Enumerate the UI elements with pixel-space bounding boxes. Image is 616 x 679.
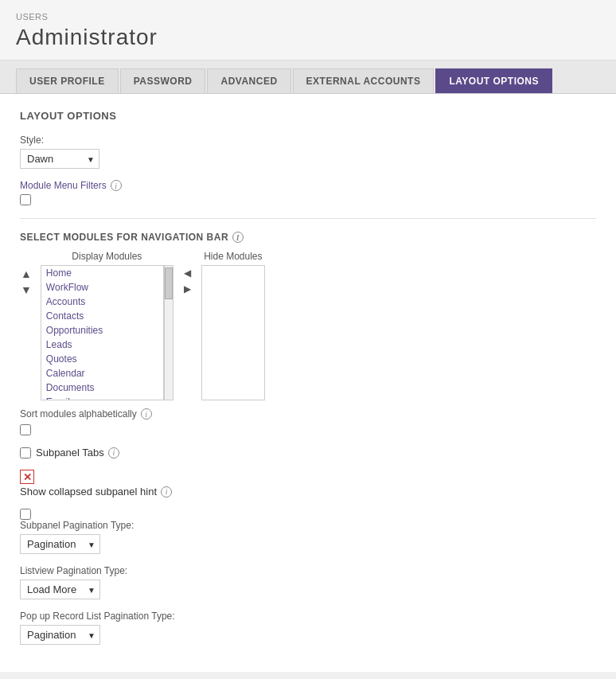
style-group: Style: Dawn SuiteP ▼ — [20, 135, 596, 169]
display-modules-label: Display Modules — [72, 251, 142, 262]
subpanel-tabs-label: Subpanel Tabs i — [36, 447, 119, 459]
module-menu-filters-label: Module Menu Filters i — [20, 180, 596, 191]
list-item[interactable]: Emails — [41, 395, 163, 400]
scrollbar-thumb — [165, 267, 173, 299]
sort-modules-label: Sort modules alphabetically i — [20, 408, 596, 419]
popup-pagination-group: Pop up Record List Pagination Type: Pagi… — [20, 611, 596, 645]
sort-modules-group: Sort modules alphabetically i — [20, 408, 596, 435]
list-item[interactable]: Contacts — [41, 309, 163, 323]
subpanel-pagination-select-wrapper: Pagination Load More ▼ — [20, 534, 100, 554]
subpanel-tabs-checkbox[interactable] — [20, 447, 31, 459]
listview-pagination-group: Listview Pagination Type: Load More Pagi… — [20, 565, 596, 599]
list-item[interactable]: Home — [41, 266, 163, 280]
hide-modules-column: Hide Modules — [201, 251, 265, 400]
list-item[interactable]: Calendar — [41, 366, 163, 380]
popup-pagination-label: Pop up Record List Pagination Type: — [20, 611, 596, 622]
divider-1 — [20, 218, 596, 219]
show-collapsed-checked-icon: ✕ — [20, 470, 34, 484]
list-item[interactable]: Accounts — [41, 295, 163, 309]
tab-password[interactable]: PASSWORD — [120, 68, 206, 93]
nav-bar-info-icon: i — [232, 232, 244, 243]
show-collapsed-group: ✕ Show collapsed subpanel hint i — [20, 470, 596, 498]
move-up-button[interactable]: ▲ — [20, 267, 33, 281]
hide-modules-label: Hide Modules — [204, 251, 262, 262]
display-modules-column: Display Modules Home WorkFlow Accounts C… — [41, 251, 173, 400]
tab-layout-options[interactable]: LAYOUT OPTIONS — [435, 68, 552, 93]
subpanel-pagination-checkbox[interactable] — [20, 509, 31, 520]
style-label: Style: — [20, 135, 596, 146]
module-menu-filters-group: Module Menu Filters i — [20, 180, 596, 205]
subpanel-tabs-info-icon: i — [108, 447, 119, 459]
sort-modules-info-icon: i — [141, 408, 152, 419]
popup-pagination-select[interactable]: Pagination Load More — [20, 625, 100, 645]
modules-layout: ▲ ▼ Display Modules Home WorkFlow Accoun… — [20, 251, 596, 400]
list-item[interactable]: Opportunities — [41, 323, 163, 338]
subpanel-pagination-checkbox-wrapper — [20, 509, 596, 520]
listview-pagination-label: Listview Pagination Type: — [20, 565, 596, 576]
show-collapsed-checkbox-wrapper: ✕ — [20, 470, 596, 484]
move-left-button[interactable]: ◀ — [181, 267, 193, 279]
tab-external-accounts[interactable]: EXTERNAL ACCOUNTS — [293, 68, 435, 93]
popup-pagination-select-wrapper: Pagination Load More ▼ — [20, 625, 100, 645]
nav-bar-section-title: SELECT MODULES FOR NAVIGATION BAR i — [20, 232, 596, 243]
sort-modules-checkbox-wrapper — [20, 424, 596, 435]
display-modules-list[interactable]: Home WorkFlow Accounts Contacts Opportun… — [41, 265, 164, 400]
subpanel-tabs-group: Subpanel Tabs i — [20, 447, 596, 459]
list-item[interactable]: Documents — [41, 380, 163, 395]
module-menu-filters-checkbox[interactable] — [20, 194, 31, 205]
module-menu-filters-checkbox-wrapper — [20, 194, 596, 205]
up-down-arrows: ▲ ▼ — [20, 267, 33, 297]
move-right-button[interactable]: ▶ — [181, 283, 193, 295]
module-menu-filters-info-icon: i — [111, 180, 122, 191]
style-select[interactable]: Dawn SuiteP — [20, 149, 99, 169]
list-item[interactable]: Quotes — [41, 352, 163, 366]
tabs-bar: USER PROFILE PASSWORD ADVANCED EXTERNAL … — [0, 60, 616, 94]
subpanel-tabs-checkbox-wrapper: Subpanel Tabs i — [20, 447, 596, 459]
lr-arrows: ◀ ▶ — [181, 267, 193, 295]
style-select-wrapper: Dawn SuiteP ▼ — [20, 149, 99, 169]
scrollbar[interactable] — [164, 265, 173, 400]
list-item[interactable]: Leads — [41, 338, 163, 352]
show-collapsed-label: Show collapsed subpanel hint — [20, 486, 157, 498]
layout-options-title: LAYOUT OPTIONS — [20, 110, 596, 122]
show-collapsed-info-icon: i — [161, 486, 172, 498]
listview-pagination-select[interactable]: Load More Pagination — [20, 579, 100, 599]
page-title: Administrator — [16, 25, 600, 50]
subpanel-pagination-select[interactable]: Pagination Load More — [20, 534, 100, 554]
subpanel-pagination-label: Subpanel Pagination Type: — [20, 520, 596, 531]
list-item[interactable]: WorkFlow — [41, 280, 163, 295]
tab-user-profile[interactable]: USER PROFILE — [16, 68, 119, 93]
listview-pagination-select-wrapper: Load More Pagination ▼ — [20, 579, 100, 599]
subpanel-pagination-group: Subpanel Pagination Type: Pagination Loa… — [20, 509, 596, 554]
sort-modules-checkbox[interactable] — [20, 424, 31, 435]
hide-modules-list[interactable] — [201, 265, 265, 400]
breadcrumb: USERS — [16, 12, 600, 21]
tab-advanced[interactable]: ADVANCED — [207, 68, 290, 93]
content-area: LAYOUT OPTIONS Style: Dawn SuiteP ▼ Modu… — [0, 94, 616, 672]
move-down-button[interactable]: ▼ — [20, 283, 33, 297]
